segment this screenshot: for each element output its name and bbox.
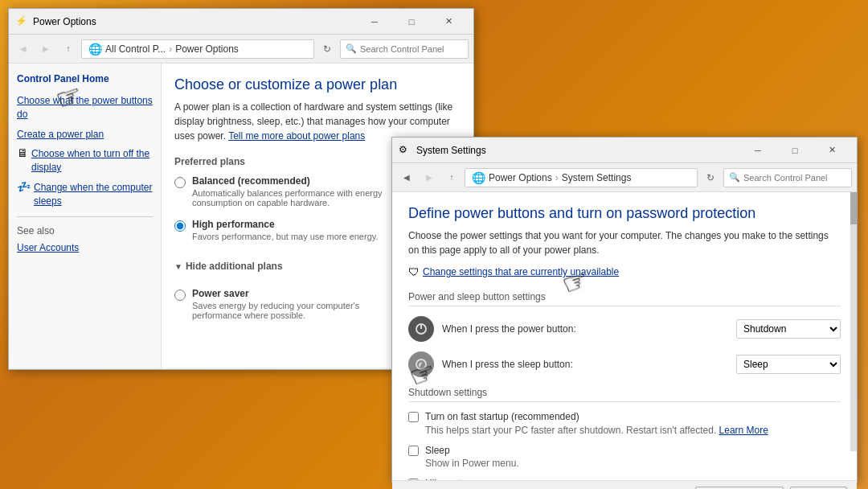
plan-high-name: High performance bbox=[192, 219, 408, 230]
plan-balanced-desc: Automatically balances performance with … bbox=[192, 188, 408, 208]
sleep-button-icon bbox=[408, 351, 434, 377]
main-title: Choose or customize a power plan bbox=[174, 76, 461, 93]
close-button[interactable]: ✕ bbox=[430, 9, 467, 35]
sidebar-link-sleep[interactable]: Change when the computer sleeps bbox=[34, 181, 153, 208]
shutdown-title: Shutdown settings bbox=[408, 387, 841, 402]
sys-search-box: 🔍 bbox=[723, 168, 852, 187]
sys-minimize-button[interactable]: ─ bbox=[739, 138, 776, 163]
sidebar-title: Control Panel Home bbox=[17, 73, 153, 84]
plan-high-info: High performance Favors performance, but… bbox=[192, 219, 408, 241]
fast-startup-label: Turn on fast startup (recommended) bbox=[425, 410, 768, 424]
forward-button[interactable]: ▶ bbox=[36, 39, 55, 59]
search-icon: 🔍 bbox=[346, 43, 357, 54]
plan-saver-radio[interactable] bbox=[174, 290, 186, 301]
system-settings-title: System Settings bbox=[416, 145, 735, 156]
system-settings-window: ⚙ System Settings ─ □ ✕ ◀ ▶ ↑ 🌐 Power Op… bbox=[391, 137, 858, 483]
fast-startup-row: Turn on fast startup (recommended) This … bbox=[408, 410, 841, 438]
sleep-button-row: When I press the sleep button: Sleep Do … bbox=[408, 351, 841, 377]
sys-main-title: Define power buttons and turn on passwor… bbox=[408, 205, 841, 222]
learn-more-link[interactable]: Learn More bbox=[719, 425, 768, 436]
sleep-checkbox-row: Sleep Show in Power menu. bbox=[408, 444, 841, 471]
plan-high-radio[interactable] bbox=[174, 220, 186, 232]
minimize-button[interactable]: ─ bbox=[356, 9, 393, 35]
power-options-icon: ⚡ bbox=[15, 15, 28, 28]
system-settings-icon: ⚙ bbox=[399, 144, 411, 157]
hide-plans-label: Hide additional plans bbox=[186, 261, 283, 272]
hide-plans-arrow: ▼ bbox=[174, 262, 182, 271]
plan-saver-info: Power saver Saves energy by reducing you… bbox=[192, 288, 408, 320]
power-options-title-bar: ⚡ Power Options ─ □ ✕ bbox=[9, 9, 473, 35]
breadcrumb-allcontrol: All Control P... bbox=[105, 43, 166, 55]
sidebar-link-power-buttons[interactable]: Choose what the power buttons do bbox=[17, 94, 153, 121]
sleep-icon: 💤 bbox=[17, 180, 31, 193]
breadcrumb-icon: 🌐 bbox=[88, 43, 102, 55]
sys-refresh-button[interactable]: ↻ bbox=[701, 168, 720, 187]
sidebar-link-user-accounts[interactable]: User Accounts bbox=[17, 241, 153, 255]
sleep-button-label: When I press the sleep button: bbox=[442, 359, 728, 370]
system-settings-title-bar: ⚙ System Settings ─ □ ✕ bbox=[392, 138, 857, 163]
change-settings-link[interactable]: Change settings that are currently unava… bbox=[423, 266, 619, 277]
scrollbar-thumb[interactable] bbox=[850, 192, 857, 224]
power-sleep-section-header: Power and sleep button settings bbox=[408, 291, 841, 306]
sys-main-content: Define power buttons and turn on passwor… bbox=[392, 192, 857, 480]
sidebar: Control Panel Home Choose what the power… bbox=[9, 64, 162, 368]
sys-maximize-button[interactable]: □ bbox=[776, 138, 813, 163]
address-path[interactable]: 🌐 All Control P... › Power Options bbox=[81, 39, 314, 59]
search-box: 🔍 bbox=[340, 39, 469, 59]
sys-close-button[interactable]: ✕ bbox=[813, 138, 850, 163]
sleep-checkbox[interactable] bbox=[408, 446, 419, 456]
sys-link-row: 🛡 Change settings that are currently una… bbox=[408, 265, 841, 278]
sys-main-desc: Choose the power settings that you want … bbox=[408, 228, 841, 257]
breadcrumb-separator: › bbox=[169, 43, 172, 55]
shutdown-section: Shutdown settings Turn on fast startup (… bbox=[408, 387, 841, 480]
plan-balanced-info: Balanced (recommended) Automatically bal… bbox=[192, 175, 408, 208]
cancel-button[interactable]: Cancel bbox=[790, 487, 847, 490]
refresh-button[interactable]: ↻ bbox=[317, 39, 337, 59]
tell-me-more-link[interactable]: Tell me more about power plans bbox=[228, 130, 365, 142]
sidebar-link-display[interactable]: Choose when to turn off the display bbox=[31, 147, 153, 175]
hibernate-checkbox[interactable] bbox=[408, 479, 419, 480]
sys-address-path[interactable]: 🌐 Power Options › System Settings bbox=[465, 168, 698, 187]
save-changes-button[interactable]: Save changes bbox=[695, 487, 784, 490]
sys-back-button[interactable]: ◀ bbox=[397, 168, 416, 187]
sleep-button-dropdown[interactable]: Sleep Do nothing Hibernate Shutdown bbox=[736, 355, 841, 374]
fast-startup-checkbox[interactable] bbox=[408, 412, 419, 422]
sys-search-input[interactable] bbox=[743, 173, 846, 183]
sidebar-divider bbox=[17, 216, 153, 217]
sys-address-bar: ◀ ▶ ↑ 🌐 Power Options › System Settings … bbox=[392, 163, 857, 192]
plan-balanced-name: Balanced (recommended) bbox=[192, 175, 408, 187]
monitor-icon: 🖥 bbox=[17, 146, 28, 159]
power-button-icon bbox=[408, 316, 434, 342]
sleep-checkbox-info: Sleep Show in Power menu. bbox=[425, 444, 519, 471]
plan-high-desc: Favors performance, but may use more ene… bbox=[192, 232, 408, 241]
sys-breadcrumb-separator: › bbox=[555, 172, 559, 183]
up-button[interactable]: ↑ bbox=[59, 39, 78, 59]
shield-icon: 🛡 bbox=[408, 265, 420, 278]
sys-search-icon: 🔍 bbox=[729, 172, 740, 183]
maximize-button[interactable]: □ bbox=[393, 9, 430, 35]
back-button[interactable]: ◀ bbox=[14, 39, 33, 59]
plan-saver-desc: Saves energy by reducing your computer's… bbox=[192, 301, 408, 320]
hibernate-checkbox-info: Hibernate Show in Power menu. bbox=[425, 477, 519, 480]
address-bar: ◀ ▶ ↑ 🌐 All Control P... › Power Options… bbox=[9, 35, 473, 64]
search-input[interactable] bbox=[360, 44, 463, 54]
fast-startup-sublabel: This helps start your PC faster after sh… bbox=[425, 424, 768, 438]
plan-saver-name: Power saver bbox=[192, 288, 408, 299]
sleep-sublabel: Show in Power menu. bbox=[425, 457, 519, 471]
sys-breadcrumb-settings: System Settings bbox=[562, 172, 632, 183]
sys-forward-button[interactable]: ▶ bbox=[420, 168, 439, 187]
fast-startup-info: Turn on fast startup (recommended) This … bbox=[425, 410, 768, 438]
footer-bar: Save changes Cancel bbox=[392, 480, 857, 489]
plan-balanced-radio[interactable] bbox=[174, 177, 186, 188]
sys-breadcrumb-power: Power Options bbox=[489, 172, 552, 183]
system-window-controls: ─ □ ✕ bbox=[739, 138, 850, 163]
power-options-title: Power Options bbox=[33, 16, 351, 27]
sidebar-link-create-plan[interactable]: Create a power plan bbox=[17, 128, 153, 142]
sys-up-button[interactable]: ↑ bbox=[442, 168, 461, 187]
power-button-label: When I press the power button: bbox=[442, 323, 728, 335]
svg-point-2 bbox=[416, 360, 426, 369]
scrollbar-track bbox=[850, 192, 857, 451]
see-also-label: See also bbox=[17, 225, 153, 236]
power-button-dropdown[interactable]: Shutdown Do nothing Sleep Hibernate Turn… bbox=[736, 319, 841, 339]
breadcrumb-power: Power Options bbox=[175, 43, 239, 55]
